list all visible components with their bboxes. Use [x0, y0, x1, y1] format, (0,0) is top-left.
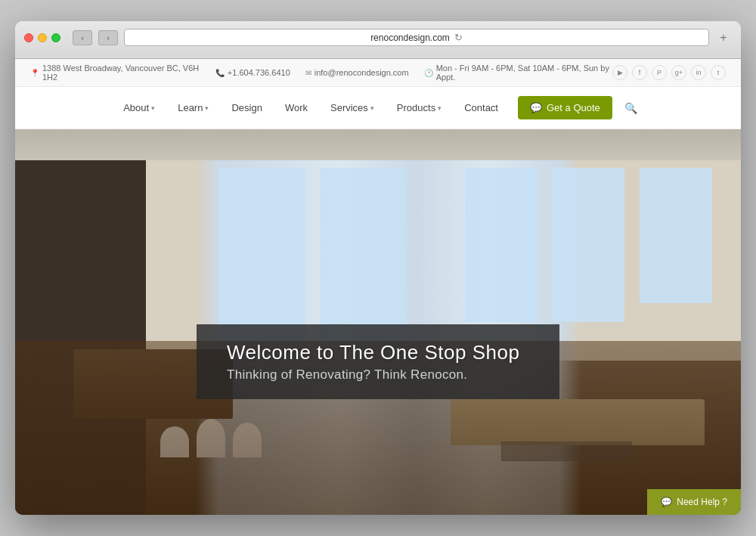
nav-products-label: Products	[397, 102, 435, 113]
nav-design[interactable]: Design	[222, 98, 271, 118]
forward-button[interactable]: ›	[98, 30, 118, 45]
youtube-icon[interactable]: ▶	[612, 65, 627, 80]
products-chevron-icon: ▾	[438, 104, 442, 112]
googleplus-icon[interactable]: g+	[671, 65, 686, 80]
social-links: ▶ f P g+ in t	[612, 65, 726, 80]
facebook-icon[interactable]: f	[632, 65, 647, 80]
search-button[interactable]: 🔍	[620, 98, 642, 119]
main-navigation: About ▾ Learn ▾ Design Work Services ▾ P…	[15, 87, 741, 129]
twitter-icon[interactable]: t	[711, 65, 726, 80]
url-text: renocondesign.com	[370, 33, 450, 43]
location-icon: 📍	[30, 69, 39, 77]
nav-services[interactable]: Services ▾	[321, 98, 383, 118]
close-button[interactable]	[24, 33, 33, 42]
nav-services-label: Services	[330, 102, 368, 113]
nav-learn-label: Learn	[178, 102, 203, 113]
about-chevron-icon: ▾	[151, 104, 155, 112]
clock-icon: 🕐	[424, 69, 433, 77]
browser-chrome: ‹ › renocondesign.com ↻ +	[15, 21, 741, 59]
address-bar[interactable]: renocondesign.com ↻	[124, 29, 709, 46]
need-help-button[interactable]: 💬 Need Help ?	[647, 489, 741, 515]
nav-about-label: About	[123, 102, 149, 113]
top-info-bar: 📍 1388 West Broadway, Vancouver BC, V6H …	[15, 59, 741, 87]
back-button[interactable]: ‹	[73, 30, 92, 45]
traffic-lights	[24, 33, 60, 42]
hero-overlay: Welcome to The One Stop Shop Thinking of…	[197, 324, 559, 399]
get-quote-button[interactable]: 💬 Get a Quote	[518, 96, 612, 119]
pinterest-icon[interactable]: P	[652, 65, 667, 80]
chat-icon: 💬	[661, 497, 672, 507]
phone-info: 📞 +1.604.736.6410	[215, 68, 290, 77]
nav-work-label: Work	[285, 102, 308, 113]
nav-products[interactable]: Products ▾	[388, 98, 451, 118]
services-chevron-icon: ▾	[370, 104, 374, 112]
nav-learn[interactable]: Learn ▾	[169, 98, 218, 118]
hours-info: 🕐 Mon - Fri 9AM - 6PM, Sat 10AM - 6PM, S…	[424, 64, 612, 82]
need-help-label: Need Help ?	[677, 497, 727, 507]
email-icon: ✉	[305, 69, 311, 77]
hours-text: Mon - Fri 9AM - 6PM, Sat 10AM - 6PM, Sun…	[436, 64, 612, 82]
hero-floor	[15, 129, 741, 515]
phone-text: +1.604.736.6410	[228, 68, 290, 77]
browser-window: ‹ › renocondesign.com ↻ + 📍 1388 West Br…	[15, 21, 741, 515]
hero-background	[15, 129, 741, 515]
phone-icon: 📞	[215, 69, 225, 77]
refresh-icon[interactable]: ↻	[454, 32, 463, 43]
hero-section: Welcome to The One Stop Shop Thinking of…	[15, 129, 741, 515]
linkedin-icon[interactable]: in	[691, 65, 706, 80]
nav-work[interactable]: Work	[276, 98, 317, 118]
learn-chevron-icon: ▾	[205, 104, 209, 112]
maximize-button[interactable]	[51, 33, 60, 42]
nav-about[interactable]: About ▾	[114, 98, 164, 118]
nav-design-label: Design	[231, 102, 262, 113]
email-text: info@renocondesign.com	[314, 68, 409, 77]
minimize-button[interactable]	[38, 33, 47, 42]
hero-subtitle: Thinking of Renovating? Think Renocon.	[227, 367, 529, 383]
quote-label: Get a Quote	[547, 102, 600, 113]
nav-contact[interactable]: Contact	[455, 98, 507, 118]
address-text: 1388 West Broadway, Vancouver BC, V6H 1H…	[42, 64, 200, 82]
website-content: 📍 1388 West Broadway, Vancouver BC, V6H …	[15, 59, 741, 515]
hero-title: Welcome to The One Stop Shop	[227, 341, 529, 364]
contact-info: 📍 1388 West Broadway, Vancouver BC, V6H …	[30, 64, 612, 82]
address-info: 📍 1388 West Broadway, Vancouver BC, V6H …	[30, 64, 200, 82]
email-info: ✉ info@renocondesign.com	[305, 68, 409, 77]
quote-icon: 💬	[530, 102, 542, 113]
browser-controls: ‹ › renocondesign.com ↻ +	[24, 29, 732, 46]
new-tab-button[interactable]: +	[715, 29, 732, 46]
nav-contact-label: Contact	[464, 102, 498, 113]
